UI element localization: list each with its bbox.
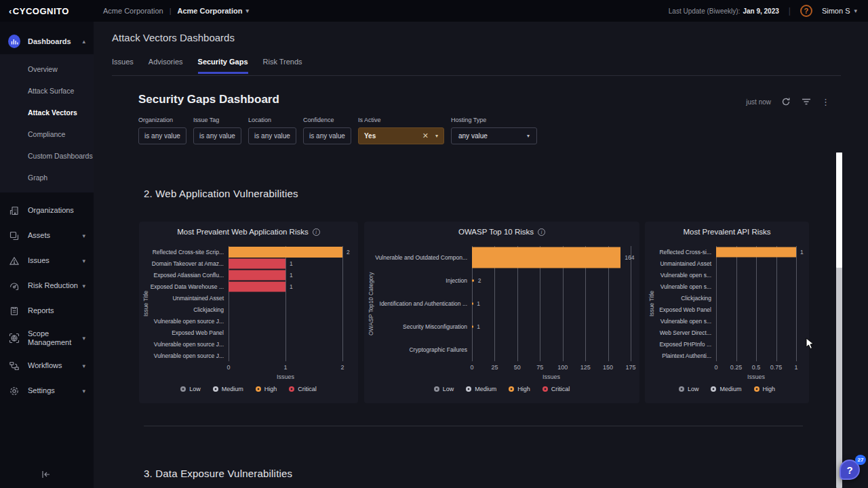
filter-label: Is Active <box>358 117 444 123</box>
bar-track <box>716 338 796 350</box>
x-tick-label: 0.25 <box>730 364 743 371</box>
tab-risk-trends[interactable]: Risk Trends <box>263 58 302 74</box>
chart-row: Vulnerable and Outdated Compon...164 <box>364 246 639 269</box>
more-options-icon[interactable]: ⋮ <box>821 97 830 107</box>
sidebar-item-label: Risk Reduction <box>28 281 82 290</box>
sidebar-item-workflows[interactable]: Workflows▾ <box>0 353 94 378</box>
chevron-down-icon: ▾ <box>82 232 85 239</box>
breadcrumb-separator: | <box>170 7 172 15</box>
info-icon[interactable]: i <box>313 228 320 236</box>
chart-row: Cryptographic Failures <box>364 338 639 361</box>
legend-label: Low <box>189 386 201 392</box>
hosting-type-filter-select[interactable]: any value ▾ <box>451 127 537 144</box>
legend-dot-icon <box>180 386 186 392</box>
x-tick-label: 0 <box>714 364 717 371</box>
tab-divider <box>112 75 841 76</box>
legend-dot-icon <box>711 386 716 392</box>
category-label: Vulnerable open s... <box>645 283 716 290</box>
issue-tag-filter-input[interactable]: is any value <box>193 127 241 144</box>
refresh-icon[interactable] <box>781 96 791 107</box>
clear-filter-icon[interactable]: ✕ <box>422 131 429 140</box>
chart-row: Plaintext Authenti... <box>645 350 809 361</box>
legend-label: High <box>264 386 277 392</box>
tab-issues[interactable]: Issues <box>112 58 134 74</box>
legend-dot-icon <box>542 386 548 392</box>
legend-item-low: Low <box>679 386 699 392</box>
breadcrumb: Acme Corporation | Acme Corporation▾ <box>103 7 249 15</box>
location-filter-input[interactable]: is any value <box>248 127 296 144</box>
sidebar: Dashboards▴OverviewAttack SurfaceAttack … <box>0 22 94 488</box>
organization-filter-input[interactable]: is any value <box>138 127 186 144</box>
sidebar-collapse-button[interactable] <box>37 468 54 481</box>
bar-high[interactable] <box>472 303 473 305</box>
sidebar-item-organizations[interactable]: Organizations <box>0 198 94 223</box>
organizations-icon <box>9 205 20 216</box>
breadcrumb-parent[interactable]: Acme Corporation <box>103 7 163 15</box>
sidebar-item-risk-reduction[interactable]: Risk Reduction▾ <box>0 273 94 298</box>
sidebar-item-overview[interactable]: Overview <box>0 58 94 80</box>
chevron-down-icon: ▾ <box>82 283 85 289</box>
chevron-down-icon: ▾ <box>82 335 85 342</box>
bar-critical[interactable] <box>229 258 285 268</box>
filter-label: Organization <box>138 117 186 123</box>
dashboards-icon <box>8 35 20 48</box>
legend-dot-icon <box>509 386 514 392</box>
chart-row: Exposed Atlassian Conflu...1 <box>139 269 358 281</box>
chart-row: Security Misconfiguration1 <box>364 315 639 338</box>
x-tick-label: 150 <box>603 364 613 371</box>
sidebar-item-dashboards[interactable]: Dashboards▴ <box>0 28 94 54</box>
bar-value-label: 1 <box>290 272 293 279</box>
x-tick-label: 0.75 <box>770 364 783 371</box>
chevron-up-icon: ▴ <box>82 38 85 45</box>
sidebar-item-assets[interactable]: Assets▾ <box>0 223 94 248</box>
bar-critical[interactable] <box>229 281 285 291</box>
x-axis-label: Issues <box>229 373 342 380</box>
x-tick-label: 75 <box>536 364 543 371</box>
bar-critical[interactable] <box>229 270 285 280</box>
chart-row: Identification and Authentication ...1 <box>364 292 639 315</box>
sidebar-item-settings[interactable]: Settings▾ <box>0 378 94 403</box>
chart-title-text: Most Prevalent Web Application Risks <box>177 228 308 236</box>
chart-row: Injection2 <box>364 269 639 292</box>
sidebar-item-attack-surface[interactable]: Attack Surface <box>0 80 94 102</box>
sidebar-item-scope-management[interactable]: Scope Management▾ <box>0 323 94 353</box>
bar-track <box>716 315 796 327</box>
top-bar: ‹CYCOGNITO Acme Corporation | Acme Corpo… <box>0 0 868 22</box>
tab-security-gaps[interactable]: Security Gaps <box>198 58 248 74</box>
sidebar-item-issues[interactable]: Issues▾ <box>0 248 94 273</box>
category-label: Vulnerable open s... <box>645 318 716 325</box>
bar-track <box>716 281 796 292</box>
bar-track <box>716 269 796 281</box>
chart-row: Vulnerable open s... <box>645 281 809 292</box>
bar-high[interactable] <box>716 247 796 257</box>
legend-item-medium: Medium <box>213 386 243 392</box>
confidence-filter-input[interactable]: is any value <box>303 127 351 144</box>
chart-row: Exposed Web Panel <box>645 304 809 315</box>
page-scrollbar[interactable] <box>836 152 842 488</box>
chart-row: Unmaintained Asset <box>645 258 809 269</box>
collapse-arrow-icon <box>40 470 51 479</box>
info-icon[interactable]: i <box>538 228 545 236</box>
sidebar-item-compliance[interactable]: Compliance <box>0 123 94 145</box>
sidebar-item-reports[interactable]: Reports <box>0 298 94 323</box>
x-axis-label: Issues <box>716 373 796 380</box>
bar-track <box>472 338 631 361</box>
sidebar-item-custom-dashboards[interactable]: Custom Dashboards <box>0 145 94 167</box>
chart-legend: LowMediumHigh <box>645 386 809 392</box>
legend-dot-icon <box>256 386 261 392</box>
sidebar-item-graph[interactable]: Graph <box>0 167 94 188</box>
legend-label: Medium <box>475 386 496 392</box>
tab-advisories[interactable]: Advisories <box>149 58 183 74</box>
help-icon[interactable]: ? <box>800 5 812 17</box>
bar-high[interactable] <box>472 280 474 282</box>
bar-high[interactable] <box>472 326 473 328</box>
sidebar-item-attack-vectors[interactable]: Attack Vectors <box>0 102 94 123</box>
chart-title-text: Most Prevalent API Risks <box>683 228 770 236</box>
filter-icon[interactable] <box>801 96 812 107</box>
org-selector[interactable]: Acme Corporation▾ <box>178 7 250 15</box>
scrollbar-thumb[interactable] <box>836 152 842 268</box>
bar-high[interactable] <box>229 247 342 258</box>
user-menu[interactable]: Simon S▾ <box>822 7 857 15</box>
is-active-filter-select[interactable]: Yes ✕ ▾ <box>358 127 444 144</box>
bar-high[interactable] <box>472 247 620 268</box>
